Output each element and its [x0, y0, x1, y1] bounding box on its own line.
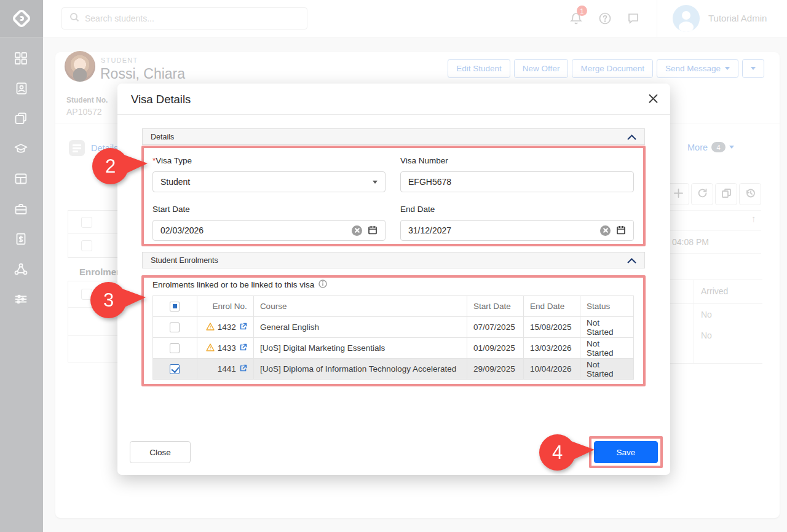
col-enrol-no: Enrol No.	[197, 296, 253, 317]
chevron-up-icon[interactable]	[627, 131, 636, 143]
info-icon[interactable]	[318, 280, 327, 290]
end-date-field[interactable]	[400, 220, 634, 241]
visa-number-field[interactable]	[400, 171, 634, 192]
start-date-field[interactable]	[152, 220, 386, 241]
table-row-selected: 1441 [UoS] Diploma of Information Techno…	[153, 359, 634, 380]
details-section-header[interactable]: Details	[142, 128, 645, 145]
select-all-checkbox[interactable]	[170, 302, 180, 311]
external-link-icon[interactable]	[239, 364, 247, 374]
student-enrolments-section-header[interactable]: Student Enrolments	[142, 252, 645, 268]
table-header-row: Enrol No. Course Start Date End Date Sta…	[153, 296, 634, 317]
external-link-icon[interactable]	[239, 343, 247, 353]
modal-close-button[interactable]	[645, 92, 661, 108]
calendar-icon[interactable]	[368, 225, 378, 237]
end-date-input[interactable]	[408, 225, 600, 235]
modal-title: Visa Details	[131, 93, 191, 106]
row-checkbox-checked[interactable]	[170, 364, 180, 374]
visa-number-input[interactable]	[408, 177, 626, 187]
visa-details-modal: Visa Details Details *Visa Type Visa Num…	[117, 84, 670, 475]
table-row: 1433 [UoS] Digital Marketing Essentials …	[153, 338, 634, 359]
enrolments-caption: Enrolments linked or to be linked to thi…	[152, 280, 327, 290]
status-cell: Not Started	[580, 317, 634, 338]
col-start-date: Start Date	[467, 296, 524, 317]
row-checkbox[interactable]	[170, 323, 180, 332]
clear-date-icon[interactable]	[600, 225, 611, 236]
chevron-down-icon	[373, 181, 378, 184]
save-button[interactable]: Save	[594, 441, 658, 463]
end-date-label: End Date	[400, 205, 435, 214]
start-date-input[interactable]	[160, 225, 352, 235]
visa-number-label: Visa Number	[400, 156, 448, 165]
annotation-step-4-marker: 4	[539, 434, 575, 471]
screen: 1 Tutorial Admin STUDENT Rossi, Chiara E…	[0, 0, 787, 532]
annotation-step-2-marker: 2	[92, 148, 129, 184]
enrolments-table: Enrol No. Course Start Date End Date Sta…	[152, 295, 634, 380]
annotation-step-3-marker: 3	[90, 282, 127, 318]
calendar-icon[interactable]	[616, 225, 626, 237]
col-end-date: End Date	[524, 296, 580, 317]
close-button[interactable]: Close	[130, 441, 191, 463]
visa-type-label: *Visa Type	[152, 156, 192, 165]
external-link-icon[interactable]	[239, 323, 247, 332]
status-cell: Not Started	[580, 338, 634, 359]
close-icon	[649, 94, 658, 106]
col-status: Status	[580, 296, 634, 317]
warning-icon	[206, 323, 215, 332]
chevron-up-icon[interactable]	[627, 255, 636, 266]
col-course: Course	[253, 296, 467, 317]
visa-type-select[interactable]: Student	[152, 171, 386, 192]
start-date-label: Start Date	[152, 205, 190, 214]
status-cell: Not Started	[580, 359, 634, 380]
table-row: 1432 General English 07/07/2025 15/08/20…	[153, 317, 634, 338]
row-checkbox[interactable]	[170, 343, 180, 353]
clear-date-icon[interactable]	[352, 225, 362, 236]
warning-icon	[206, 343, 215, 353]
